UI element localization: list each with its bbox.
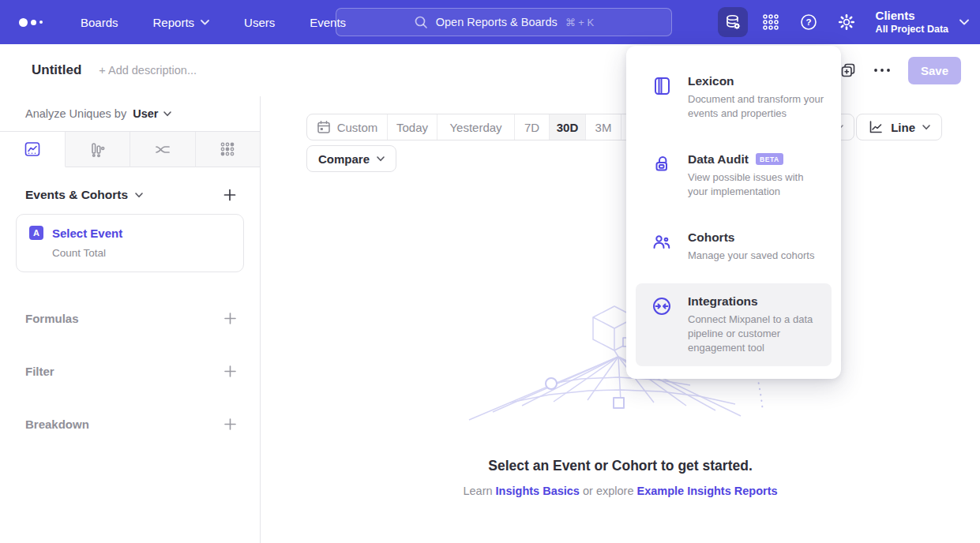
nav-users[interactable]: Users	[244, 16, 275, 29]
save-button[interactable]: Save	[908, 57, 961, 84]
analyze-row: Analyze Uniques by User	[0, 96, 260, 131]
search-bar[interactable]: Open Reports & Boards ⌘ + K	[336, 8, 672, 36]
date-range-today[interactable]: Today	[388, 114, 437, 140]
nav-boards[interactable]: Boards	[81, 16, 118, 29]
breakdown-section[interactable]: Breakdown	[0, 418, 260, 431]
query-sidebar: Analyze Uniques by User	[0, 96, 261, 543]
chevron-down-icon	[163, 111, 171, 117]
date-range-3m[interactable]: 3M	[586, 114, 621, 140]
more-options-button[interactable]	[873, 68, 891, 73]
plus-icon	[224, 418, 236, 430]
event-aggregation-label[interactable]: Count Total	[52, 247, 231, 259]
add-event-button[interactable]	[223, 189, 236, 201]
data-management-button[interactable]	[718, 7, 748, 37]
plus-icon	[223, 189, 236, 201]
insights-basics-link[interactable]: Insights Basics	[496, 485, 580, 497]
menu-item-lexicon[interactable]: Lexicon Document and transform your even…	[636, 63, 832, 132]
apps-grid-icon	[762, 13, 779, 31]
analyze-by-value: User	[133, 107, 158, 120]
date-range-7d[interactable]: 7D	[515, 114, 550, 140]
chevron-down-icon	[135, 193, 143, 198]
data-management-menu: Lexicon Document and transform your even…	[626, 46, 841, 379]
events-cohorts-toggle[interactable]: Events & Cohorts	[25, 188, 143, 202]
database-gear-icon	[724, 13, 742, 31]
select-event-label: Select Event	[52, 227, 122, 240]
flow-icon	[154, 140, 171, 158]
menu-item-description: Manage your saved cohorts	[688, 249, 824, 263]
plus-icon	[224, 365, 236, 377]
mixpanel-app: Boards Reports Users Events Open Reports…	[0, 0, 980, 543]
nav-reports-label: Reports	[153, 16, 195, 29]
formulas-section[interactable]: Formulas	[0, 312, 260, 325]
tab-flow[interactable]	[130, 132, 196, 167]
cohorts-people-icon	[651, 232, 672, 253]
report-title[interactable]: Untitled	[32, 62, 81, 78]
menu-item-description: View possible issues with your implement…	[688, 170, 824, 199]
menu-title-text: Data Audit	[688, 152, 749, 167]
date-range-yesterday[interactable]: Yesterday	[437, 114, 515, 140]
add-description[interactable]: + Add description...	[99, 64, 197, 77]
grid-dots-icon	[220, 141, 235, 157]
menu-title-text: Cohorts	[688, 230, 734, 245]
chart-type-selector[interactable]: Line	[856, 114, 942, 140]
empty-state-title: Select an Event or Cohort to get started…	[261, 458, 980, 474]
search-icon	[414, 15, 428, 29]
nav-reports[interactable]: Reports	[153, 16, 210, 29]
menu-item-data-audit[interactable]: Data AuditBETA View possible issues with…	[636, 141, 832, 210]
beta-badge: BETA	[756, 153, 783, 165]
event-card[interactable]: A Select Event Count Total	[16, 214, 244, 272]
learn-prefix: Learn	[463, 485, 492, 497]
middle-text: or explore	[583, 485, 633, 497]
menu-title-text: Lexicon	[688, 74, 734, 88]
breakdown-label: Breakdown	[25, 418, 89, 431]
tab-bar-chart[interactable]	[66, 132, 131, 167]
line-report-icon	[24, 140, 41, 158]
chart-type-label: Line	[891, 121, 915, 134]
tab-metrics-grid[interactable]	[196, 132, 261, 167]
help-button[interactable]: ?	[794, 7, 824, 37]
compare-label: Compare	[318, 152, 370, 166]
date-range-30d[interactable]: 30D	[550, 114, 586, 140]
date-range-custom[interactable]: Custom	[307, 114, 388, 140]
menu-item-cohorts[interactable]: Cohorts Manage your saved cohorts	[636, 219, 832, 274]
events-cohorts-header: Events & Cohorts	[0, 188, 260, 202]
empty-state: Select an Event or Cohort to get started…	[261, 278, 980, 497]
account-name: Clients	[876, 9, 948, 24]
menu-item-integrations[interactable]: Integrations Connect Mixpanel to a data …	[636, 283, 832, 366]
compare-button[interactable]: Compare	[306, 145, 396, 172]
analyze-label: Analyze Uniques by	[25, 107, 126, 120]
apps-grid-button[interactable]	[756, 7, 786, 37]
chevron-down-icon	[377, 156, 385, 162]
line-chart-icon	[868, 119, 884, 135]
analyze-by-selector[interactable]: User	[133, 107, 171, 120]
example-reports-link[interactable]: Example Insights Reports	[636, 485, 777, 497]
chevron-down-icon	[922, 125, 930, 130]
plus-icon	[224, 313, 236, 324]
filter-section[interactable]: Filter	[0, 365, 260, 378]
date-range-label: Custom	[337, 121, 378, 134]
integrations-sync-icon	[651, 296, 672, 316]
bar-chart-icon	[88, 140, 106, 158]
top-nav: Boards Reports Users Events Open Reports…	[0, 0, 980, 44]
account-project: All Project Data	[876, 24, 948, 36]
mixpanel-logo-icon[interactable]	[19, 18, 60, 27]
chevron-down-icon	[201, 20, 209, 25]
lexicon-book-icon	[651, 76, 672, 96]
filter-label: Filter	[25, 365, 54, 378]
search-placeholder: Open Reports & Boards	[436, 16, 558, 28]
report-actions: Save	[840, 57, 980, 84]
duplicate-button[interactable]	[840, 62, 856, 78]
duplicate-icon	[840, 62, 856, 78]
tab-insights-line[interactable]	[0, 132, 66, 167]
menu-title-text: Integrations	[688, 294, 758, 309]
event-series-badge: A	[29, 226, 43, 240]
primary-nav: Boards Reports Users Events	[81, 16, 346, 29]
settings-button[interactable]	[832, 7, 862, 37]
svg-text:?: ?	[805, 17, 811, 27]
data-audit-lock-icon	[651, 154, 672, 174]
gear-icon	[837, 13, 856, 32]
project-selector[interactable]: Clients All Project Data	[876, 9, 969, 36]
formulas-label: Formulas	[25, 312, 79, 325]
nav-right-actions: ? Clients All Project Data	[718, 0, 969, 44]
menu-item-description: Document and transform your events and p…	[688, 92, 824, 121]
